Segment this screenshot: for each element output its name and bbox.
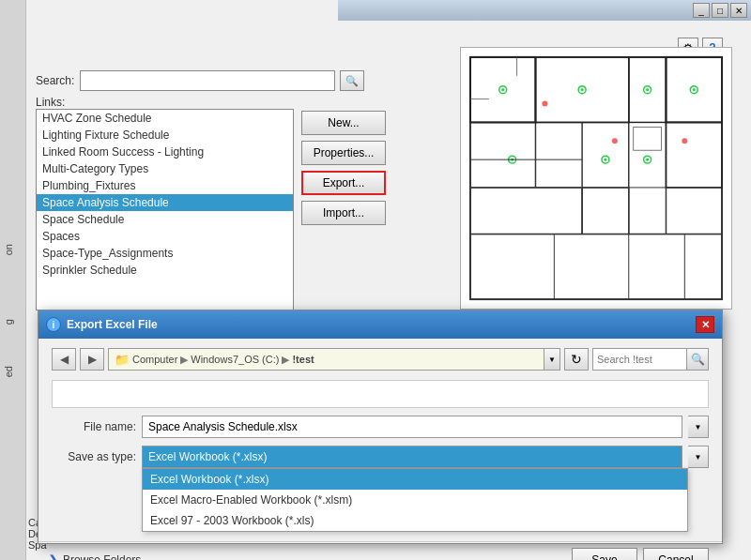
- svg-point-25: [646, 159, 649, 161]
- title-bar: _ □ ✕: [338, 0, 751, 21]
- filename-input[interactable]: [142, 416, 682, 438]
- action-buttons: New... Properties... Export... Import...: [301, 109, 386, 310]
- browse-folders-label: Browse Folders: [63, 553, 141, 560]
- svg-point-15: [581, 88, 584, 91]
- list-item-linked-room[interactable]: Linked Room Success - Lighting: [37, 144, 293, 160]
- dialog-title: Export Excel File: [67, 318, 690, 331]
- links-label: Links:: [36, 96, 65, 109]
- saveas-dropdown: Excel Workbook (*.xlsx) Excel Macro-Enab…: [142, 468, 688, 532]
- footer-buttons: Save Cancel: [572, 548, 709, 560]
- list-item-lighting[interactable]: Lighting Fixture Schedule: [37, 127, 293, 144]
- path-sep-1: ▶: [180, 354, 188, 366]
- nav-bar: ◀ ▶ 📁 Computer ▶ Windows7_OS (C:) ▶ !tes…: [52, 348, 709, 371]
- saveas-selected[interactable]: Excel Workbook (*.xlsx): [142, 446, 682, 468]
- sidebar-label-on: on: [3, 244, 14, 255]
- list-item-hvac[interactable]: HVAC Zone Schedule: [37, 110, 293, 127]
- sidebar-label-g: g: [3, 319, 14, 325]
- path-dropdown-btn[interactable]: ▼: [544, 348, 560, 371]
- browse-arrow-icon: ❯: [48, 552, 59, 560]
- dialog-body: ◀ ▶ 📁 Computer ▶ Windows7_OS (C:) ▶ !tes…: [38, 339, 722, 485]
- sidebar-label-ed: ed: [3, 366, 14, 377]
- list-item-space-type[interactable]: Space-Type_Assignments: [37, 245, 293, 262]
- filename-label: File name:: [52, 420, 136, 433]
- cancel-btn[interactable]: Cancel: [643, 548, 709, 560]
- file-area: [52, 380, 709, 408]
- new-button[interactable]: New...: [301, 111, 386, 135]
- folder-icon: 📁: [115, 353, 130, 367]
- floorplan-svg: [461, 48, 731, 309]
- filename-row: File name: ▼: [52, 416, 709, 438]
- dropdown-item-xls[interactable]: Excel 97 - 2003 Workbook (*.xls): [143, 510, 687, 531]
- list-item-multi-cat[interactable]: Multi-Category Types: [37, 160, 293, 177]
- path-container: 📁 Computer ▶ Windows7_OS (C:) ▶ !test ▼: [108, 348, 560, 371]
- path-part-3: !test: [292, 354, 314, 365]
- saveas-row: Save as type: Excel Workbook (*.xlsx) ▼ …: [52, 446, 709, 468]
- export-dialog: i Export Excel File ✕ ◀ ▶ 📁 Computer ▶ W…: [38, 310, 723, 544]
- refresh-btn[interactable]: ↻: [564, 348, 589, 371]
- svg-point-19: [693, 88, 696, 91]
- dropdown-item-xlsm[interactable]: Excel Macro-Enabled Workbook (*.xlsm): [143, 490, 687, 510]
- svg-point-28: [682, 138, 687, 144]
- search-clear-icon[interactable]: 🔍: [340, 70, 364, 91]
- path-part-2: Windows7_OS (C:): [191, 354, 279, 365]
- path-part-1: Computer: [132, 354, 177, 365]
- list-item-spaces[interactable]: Spaces: [37, 228, 293, 245]
- search-input[interactable]: [80, 70, 335, 91]
- path-sep-2: ▶: [282, 354, 289, 366]
- dialog-titlebar: i Export Excel File ✕: [38, 310, 722, 339]
- properties-button[interactable]: Properties...: [301, 141, 386, 165]
- svg-point-23: [604, 159, 606, 161]
- minimize-btn[interactable]: _: [693, 3, 710, 18]
- path-bar: 📁 Computer ▶ Windows7_OS (C:) ▶ !test: [108, 348, 544, 371]
- main-window: _ □ ✕ ⚙ ? on g ed Search: 🔍 Links: HVAC …: [0, 0, 751, 560]
- forward-btn[interactable]: ▶: [80, 348, 104, 371]
- saveas-form-row: Save as type: Excel Workbook (*.xlsx) ▼: [52, 446, 709, 468]
- import-button[interactable]: Import...: [301, 201, 386, 225]
- browse-folders-btn[interactable]: ❯ Browse Folders: [48, 552, 141, 560]
- filename-dropdown-btn[interactable]: ▼: [688, 416, 709, 438]
- links-section: HVAC Zone Schedule Lighting Fixture Sche…: [36, 109, 386, 310]
- dialog-info-icon: i: [46, 317, 61, 332]
- maximize-btn[interactable]: □: [712, 3, 728, 18]
- svg-point-13: [501, 88, 504, 91]
- search-label: Search:: [36, 74, 75, 87]
- dialog-search-icon[interactable]: 🔍: [686, 348, 709, 371]
- saveas-label: Save as type:: [52, 450, 136, 463]
- dialog-close-btn[interactable]: ✕: [696, 316, 714, 333]
- list-item-space-analysis[interactable]: Space Analysis Schedule: [37, 194, 293, 211]
- dialog-search-input[interactable]: [592, 348, 686, 371]
- dialog-search: 🔍: [592, 348, 709, 371]
- search-row: Search: 🔍: [36, 70, 364, 91]
- svg-point-27: [612, 138, 618, 144]
- saveas-dropdown-btn[interactable]: ▼: [688, 446, 709, 468]
- links-list[interactable]: HVAC Zone Schedule Lighting Fixture Sche…: [36, 109, 294, 310]
- svg-point-17: [646, 88, 649, 91]
- floorplan-area: [460, 47, 732, 310]
- back-btn[interactable]: ◀: [52, 348, 76, 371]
- list-item-space-schedule[interactable]: Space Schedule: [37, 211, 293, 228]
- list-item-plumbing[interactable]: Plumbing_Fixtures: [37, 177, 293, 194]
- save-btn[interactable]: Save: [572, 548, 637, 560]
- dialog-footer: ❯ Browse Folders Save Cancel: [38, 541, 722, 560]
- left-sidebar: on g ed: [0, 0, 26, 560]
- dropdown-item-xlsx[interactable]: Excel Workbook (*.xlsx): [143, 469, 687, 490]
- list-item-sprinkler[interactable]: Sprinkler Schedule: [37, 262, 293, 279]
- export-button[interactable]: Export...: [301, 171, 386, 195]
- close-btn[interactable]: ✕: [730, 3, 747, 18]
- svg-point-26: [542, 101, 547, 107]
